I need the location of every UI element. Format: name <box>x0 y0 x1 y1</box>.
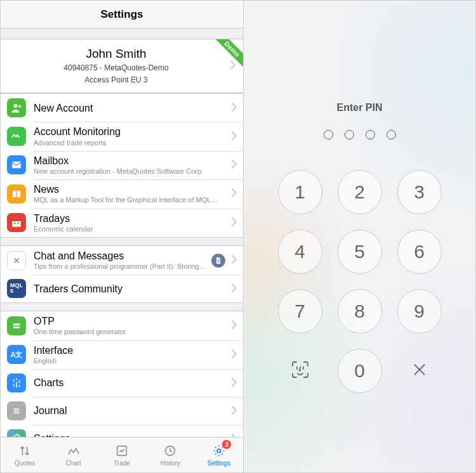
delete-button[interactable] <box>397 349 442 393</box>
section-account: New AccountAccount MonitoringAdvanced tr… <box>1 93 243 238</box>
pin-dot <box>366 130 375 139</box>
x-icon <box>411 361 428 380</box>
row-chat-and-messages[interactable]: Chat and MessagesTips from a professiona… <box>1 246 243 275</box>
tab-chart[interactable]: Chart <box>49 437 97 472</box>
chart-tab-icon <box>65 443 82 458</box>
svg-rect-11 <box>14 408 20 410</box>
section-community: Chat and MessagesTips from a professiona… <box>1 245 243 303</box>
row-title: OTP <box>34 315 227 327</box>
row-otp[interactable]: OTPOne-time password generator <box>1 311 243 340</box>
row-text: InterfaceEnglish <box>34 344 232 365</box>
settings-scroll[interactable]: Demo John Smith 40940875 - MetaQuotes-De… <box>1 29 243 437</box>
row-traders-community[interactable]: MQL5Traders Community <box>1 275 243 302</box>
key-7[interactable]: 7 <box>278 289 322 334</box>
faceid-icon <box>290 360 310 382</box>
row-title: Tradays <box>34 212 227 224</box>
row-text: Journal <box>34 405 232 417</box>
chevron-right-icon <box>232 216 237 230</box>
pin-screen: Enter PIN 1234567890 <box>244 1 475 472</box>
tab-label: Chart <box>65 460 81 467</box>
tab-history[interactable]: History <box>146 437 194 472</box>
row-title: Chat and Messages <box>34 250 206 262</box>
row-mailbox[interactable]: MailboxNew account registration - MetaQu… <box>1 151 243 179</box>
row-title: News <box>34 183 227 195</box>
row-text: Settings <box>34 432 232 437</box>
chevron-right-icon <box>232 405 237 418</box>
tab-trade[interactable]: Trade <box>98 437 146 472</box>
row-title: Account Monitoring <box>34 126 227 138</box>
row-subtitle: One-time password generator <box>34 328 227 336</box>
row-subtitle: English <box>34 357 227 365</box>
key-2[interactable]: 2 <box>338 170 382 214</box>
key-3[interactable]: 3 <box>397 170 442 214</box>
key-0[interactable]: 0 <box>338 349 382 393</box>
key-4[interactable]: 4 <box>278 230 322 274</box>
key-label: 1 <box>294 181 305 203</box>
pin-dot <box>387 130 396 139</box>
calendar-icon <box>7 213 26 232</box>
key-label: 2 <box>354 181 365 203</box>
key-label: 4 <box>294 241 305 262</box>
row-account-monitoring[interactable]: Account MonitoringAdvanced trade reports <box>1 122 243 150</box>
key-label: 3 <box>414 181 425 203</box>
row-title: New Account <box>34 102 227 114</box>
chevron-right-icon <box>232 159 237 172</box>
row-text: MailboxNew account registration - MetaQu… <box>34 155 232 176</box>
account-header[interactable]: Demo John Smith 40940875 - MetaQuotes-De… <box>1 39 243 93</box>
key-1[interactable]: 1 <box>278 170 322 214</box>
row-news[interactable]: NewsMQL as a Markup Tool for the Graphic… <box>1 179 243 208</box>
row-charts[interactable]: Charts <box>1 369 243 397</box>
svg-rect-10 <box>13 327 20 328</box>
tab-label: Settings <box>208 460 230 467</box>
svg-point-17 <box>217 449 221 453</box>
row-text: New Account <box>34 102 232 114</box>
svg-point-0 <box>14 104 18 108</box>
svg-rect-5 <box>18 223 19 224</box>
monitor-icon <box>7 127 26 146</box>
row-title: Settings <box>34 432 227 437</box>
svg-rect-12 <box>14 410 20 411</box>
row-interface[interactable]: A文InterfaceEnglish <box>1 340 243 369</box>
history-icon <box>162 443 178 458</box>
account-name: John Smith <box>8 47 224 61</box>
key-label: 5 <box>354 241 365 262</box>
pin-title: Enter PIN <box>336 102 382 113</box>
row-journal[interactable]: Journal <box>1 397 243 425</box>
language-icon: A文 <box>7 345 26 364</box>
mql5-icon: MQL5 <box>7 279 26 298</box>
svg-rect-1 <box>12 162 21 169</box>
key-label: 8 <box>354 301 365 322</box>
row-title: Charts <box>34 377 227 389</box>
chevron-right-icon <box>232 254 237 267</box>
svg-rect-9 <box>13 323 20 325</box>
svg-rect-8 <box>218 262 220 262</box>
chevron-right-icon <box>230 60 235 73</box>
otp-icon <box>7 316 26 335</box>
row-title: Journal <box>34 405 227 417</box>
svg-rect-4 <box>14 223 15 224</box>
key-8[interactable]: 8 <box>338 289 382 334</box>
svg-rect-6 <box>218 259 220 260</box>
account-info1: 40940875 - MetaQuotes-Demo <box>8 63 224 73</box>
key-9[interactable]: 9 <box>397 289 442 334</box>
row-tradays[interactable]: TradaysEconomic calendar <box>1 209 243 237</box>
chevron-right-icon <box>232 377 237 390</box>
row-text: Traders Community <box>34 283 232 295</box>
row-title: Traders Community <box>34 283 227 295</box>
row-text: OTPOne-time password generator <box>34 315 232 336</box>
row-new-account[interactable]: New Account <box>1 94 243 122</box>
chevron-right-icon <box>232 130 237 143</box>
chat-icon <box>7 251 26 270</box>
tab-label: History <box>161 460 180 467</box>
key-6[interactable]: 6 <box>397 230 442 274</box>
tab-quotes[interactable]: Quotes <box>1 437 49 472</box>
doc-badge-icon <box>211 254 225 268</box>
key-5[interactable]: 5 <box>338 230 382 274</box>
tab-settings[interactable]: Settings3 <box>195 437 243 472</box>
keypad: 1234567890 <box>278 170 442 393</box>
page-title: Settings <box>1 1 243 29</box>
quotes-icon <box>17 443 33 458</box>
faceid-button[interactable] <box>278 349 322 393</box>
row-settings[interactable]: Settings <box>1 425 243 437</box>
row-subtitle: Advanced trade reports <box>34 139 227 147</box>
